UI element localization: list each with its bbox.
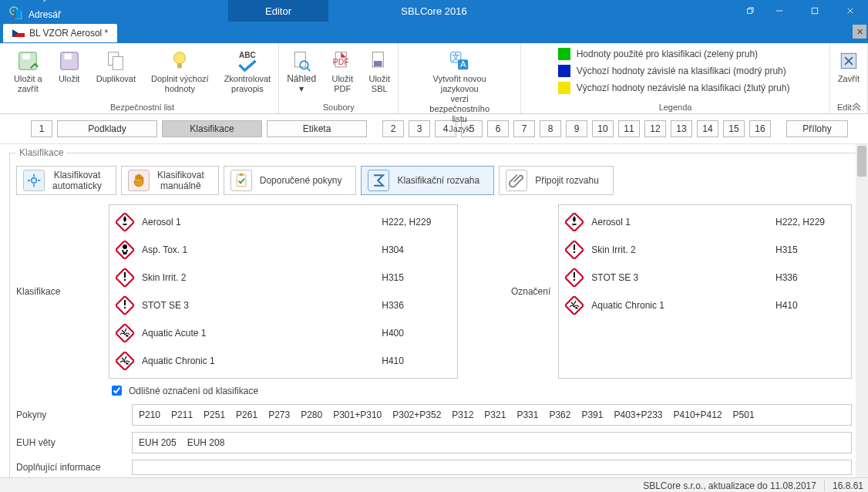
- window-restore-down-icon[interactable]: [738, 0, 762, 22]
- svg-text:文: 文: [452, 52, 460, 62]
- new-language-version-button[interactable]: 文A Vytvořit novou jazykovou verzi bezpeč…: [402, 48, 517, 124]
- page-button-8[interactable]: 8: [540, 120, 561, 137]
- page-button-11[interactable]: 11: [618, 120, 640, 137]
- window-close-button[interactable]: [833, 0, 868, 22]
- save-and-close-button[interactable]: Uložit a zavřít: [9, 48, 47, 94]
- duplicate-button[interactable]: Duplikovat: [92, 48, 140, 84]
- hazard-row[interactable]: Aquatic Chronic 1H410: [565, 295, 845, 316]
- page-button-12[interactable]: 12: [644, 120, 666, 137]
- p-code[interactable]: P403+P233: [614, 409, 662, 420]
- fill-defaults-button[interactable]: Doplnit výchozí hodnoty: [146, 48, 214, 94]
- euh-code[interactable]: EUH 205: [139, 437, 177, 448]
- vertical-scrollbar[interactable]: [856, 144, 868, 477]
- hazard-code: H315: [382, 272, 451, 283]
- p-code[interactable]: P302+P352: [392, 409, 441, 420]
- close-box-icon: [839, 48, 859, 74]
- save-button[interactable]: Uložit: [53, 48, 86, 84]
- gear-icon: [23, 170, 45, 191]
- euh-code[interactable]: EUH 208: [187, 437, 225, 448]
- p-code[interactable]: P321: [484, 409, 506, 420]
- save-pdf-button[interactable]: PDF Uložit PDF: [327, 48, 358, 94]
- page-button-podklady[interactable]: Podklady: [57, 120, 157, 137]
- p-code[interactable]: P251: [204, 409, 225, 420]
- translate-icon: 文A: [448, 48, 471, 74]
- tab-label: BL VZOR Aerosol *: [29, 28, 108, 39]
- extra-info-field[interactable]: [132, 460, 852, 475]
- label-pokyny: Pokyny: [16, 409, 124, 420]
- ribbon-collapse-icon[interactable]: [851, 101, 863, 112]
- ghs-env-icon: [116, 324, 134, 342]
- page-button-attachments[interactable]: Přílohy: [786, 120, 848, 137]
- p-code[interactable]: P312: [452, 409, 473, 420]
- classification-balance-button[interactable]: Klasifikační rozvaha: [361, 166, 494, 195]
- ghs-env-icon: [116, 352, 134, 370]
- classify-auto-button[interactable]: Klasifikovat automaticky: [16, 166, 116, 195]
- document-tab-3[interactable]: BL VZOR Aerosol *: [3, 24, 117, 42]
- tabs-close-button[interactable]: ✕: [853, 25, 866, 39]
- hazard-name: Asp. Tox. 1: [142, 244, 374, 255]
- p-code[interactable]: P410+P412: [674, 409, 722, 420]
- p-code[interactable]: P211: [171, 409, 193, 420]
- pdf-icon: PDF: [331, 48, 353, 74]
- book-icon: 📘: [12, 9, 24, 20]
- ribbon-group-legend: Hodnoty použité pro klasifikaci (zelený …: [521, 43, 830, 113]
- p-code[interactable]: P273: [268, 409, 290, 420]
- window-minimize-button[interactable]: [762, 0, 797, 22]
- magnifier-page-icon: [291, 48, 312, 74]
- save-sbl-button[interactable]: Uložit SBL: [364, 48, 395, 94]
- hazard-row[interactable]: Aquatic Acute 1H400: [116, 322, 451, 344]
- window-maximize-button[interactable]: [797, 0, 833, 22]
- classification-list[interactable]: Aerosol 1H222, H229Asp. Tox. 1H304Skin I…: [109, 204, 458, 379]
- euh-codes-field[interactable]: EUH 205EUH 208: [132, 432, 852, 453]
- p-code[interactable]: P301+P310: [333, 409, 382, 420]
- page-button-16[interactable]: 16: [749, 120, 771, 137]
- hazard-code: H336: [382, 300, 451, 311]
- ghs-exclaim-icon: [116, 296, 134, 315]
- page-button-15[interactable]: 15: [723, 120, 745, 137]
- page-button-14[interactable]: 14: [697, 120, 718, 137]
- p-code[interactable]: P362: [549, 409, 570, 420]
- legend-text: Výchozí hodnoty závislé na klasifikaci (…: [577, 66, 786, 76]
- page-button-10[interactable]: 10: [592, 120, 614, 137]
- document-tab-2[interactable]: 📘Adresář: [3, 5, 117, 24]
- p-code[interactable]: P261: [236, 409, 257, 420]
- p-codes-field[interactable]: P210P211P251P261P273P280P301+P310P302+P3…: [132, 404, 852, 426]
- page-button-klasifikace[interactable]: Klasifikace: [162, 120, 262, 137]
- title-mode: Editor: [228, 0, 328, 22]
- svg-rect-8: [23, 54, 30, 60]
- page-button-9[interactable]: 9: [566, 120, 587, 137]
- recommended-statements-button[interactable]: Doporučené pokyny: [224, 166, 357, 195]
- dropdown-caret-icon: ▾: [299, 83, 304, 94]
- document-tab-1[interactable]: ⚗Látky: [3, 0, 117, 5]
- hazard-row[interactable]: STOT SE 3H336: [565, 267, 845, 288]
- preview-button[interactable]: Náhled▾: [282, 48, 321, 94]
- scrollbar-thumb-inner[interactable]: [857, 146, 866, 177]
- classify-manual-button[interactable]: Klasifikovat manuálně: [121, 166, 219, 195]
- p-code[interactable]: P331: [516, 409, 538, 420]
- spellcheck-button[interactable]: ABC Zkontrolovat pravopis: [220, 48, 276, 94]
- hazard-name: STOT SE 3: [591, 272, 768, 283]
- page-button-1[interactable]: 1: [31, 120, 52, 137]
- hazard-row[interactable]: STOT SE 3H336: [116, 295, 451, 316]
- p-code[interactable]: P391: [581, 409, 603, 420]
- sigma-icon: [368, 170, 389, 191]
- page-button-2[interactable]: 2: [382, 120, 404, 137]
- hazard-row[interactable]: Skin Irrit. 2H315: [116, 267, 451, 288]
- hazard-row[interactable]: Aquatic Chronic 1H410: [116, 350, 451, 372]
- page-button-13[interactable]: 13: [671, 120, 692, 137]
- labeling-list[interactable]: Aerosol 1H222, H229Skin Irrit. 2H315STOT…: [558, 204, 852, 379]
- hazard-row[interactable]: Asp. Tox. 1H304: [116, 239, 451, 261]
- attach-balance-button[interactable]: Připojit rozvahu: [499, 166, 614, 195]
- p-code[interactable]: P280: [301, 409, 322, 420]
- hazard-name: Aerosol 1: [142, 217, 374, 227]
- close-editor-button[interactable]: Zavřít: [833, 48, 864, 84]
- hazard-row[interactable]: Aerosol 1H222, H229: [116, 211, 451, 233]
- page-button-etiketa[interactable]: Etiketa: [267, 120, 367, 137]
- hazard-row[interactable]: Aerosol 1H222, H229: [565, 211, 845, 233]
- p-code[interactable]: P210: [139, 409, 160, 420]
- p-code[interactable]: P501: [733, 409, 755, 420]
- legend-swatch: [558, 48, 570, 60]
- hazard-row[interactable]: Skin Irrit. 2H315: [565, 239, 845, 261]
- different-labeling-checkbox[interactable]: [112, 386, 122, 396]
- ribbon-group-language: 文A Vytvořit novou jazykovou verzi bezpeč…: [399, 43, 521, 113]
